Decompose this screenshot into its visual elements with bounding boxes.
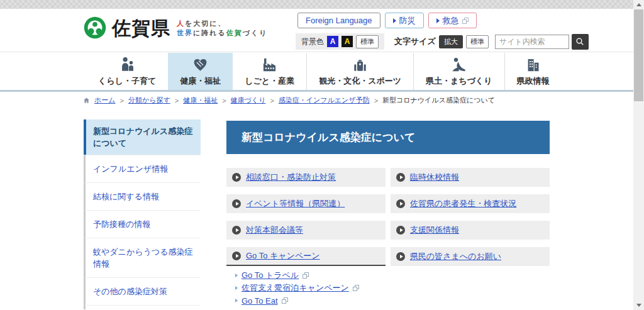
arrow-right-icon (235, 299, 238, 302)
goto-campaign-sublinks: Go To トラベル 佐賀支え愛宿泊キャンペーン Go To Eat Go To… (226, 269, 550, 310)
bg-color-blue-button[interactable]: A (327, 36, 338, 47)
accessibility-controls: 背景色 A A 標準 文字サイズ 拡大 標準 (296, 33, 589, 50)
circle-arrow-icon (232, 226, 241, 235)
breadcrumb-current: 新型コロナウイルス感染症について (382, 96, 495, 105)
arrow-right-icon (235, 286, 238, 290)
nav-item-kensei[interactable]: 県政情報 (504, 53, 562, 90)
link-box-consultation[interactable]: 相談窓口・感染防止対策 (226, 168, 386, 187)
arrow-right-icon (436, 18, 440, 23)
site-search (495, 34, 589, 50)
circle-arrow-icon (396, 226, 405, 235)
search-button[interactable] (572, 34, 589, 50)
sidebar-item-influenza[interactable]: インフルエンザ情報 (84, 155, 201, 182)
circle-arrow-icon (396, 252, 405, 261)
bg-color-default-button[interactable]: 標準 (356, 35, 379, 48)
link-box-request-to-citizens[interactable]: 県民の皆さまへのお願い (391, 247, 550, 266)
nav-item-kenkou[interactable]: 健康・福祉 (168, 53, 233, 90)
decorative-pattern-strip (0, 0, 644, 9)
breadcrumb-link[interactable]: 感染症・インフルエンザ予防 (279, 96, 370, 105)
external-link-icon (303, 272, 309, 279)
disaster-label: 防災 (399, 15, 416, 26)
arrow-right-icon (393, 18, 396, 23)
sidebar-item-other-measures[interactable]: その他の感染症対策 (84, 277, 201, 305)
sidebar-item-vaccination[interactable]: 予防接種の情報 (84, 210, 201, 238)
sidebar-item-covid[interactable]: 新型コロナウイルス感染症について (84, 119, 201, 155)
scrollbar-thumb[interactable] (634, 9, 643, 101)
scrollbar-up-arrow[interactable] (633, 0, 644, 9)
nav-item-kankou[interactable]: 観光・文化・スポーツ (306, 53, 413, 90)
saga-logo-mark (80, 14, 109, 43)
arrow-right-icon (235, 274, 238, 277)
foreign-language-label: Foreign Language (306, 16, 372, 25)
sidebar-menu: 新型コロナウイルス感染症について インフルエンザ情報 結核に関する情報 予防接種… (84, 119, 201, 309)
link-box-hq-meetings[interactable]: 対策本部会議等 (226, 221, 386, 240)
sublink-goto-event[interactable]: Go To イベント (235, 307, 550, 310)
background-color-label: 背景色 (301, 36, 324, 47)
font-size-controls: 文字サイズ 拡大 標準 (394, 35, 489, 48)
font-size-label: 文字サイズ (394, 36, 436, 47)
emergency-label: 救急 (443, 15, 459, 26)
vertical-scrollbar (633, 0, 644, 310)
sublink-goto-eat[interactable]: Go To Eat (235, 294, 550, 307)
sublink-saga-sasaeai[interactable]: 佐賀支え愛宿泊キャンペーン (235, 282, 550, 294)
circle-arrow-icon (232, 199, 241, 208)
sublink-goto-travel[interactable]: Go To トラベル (235, 269, 550, 282)
font-size-enlarge-button[interactable]: 拡大 (439, 35, 463, 48)
breadcrumb: ホーム > 分類から探す > 健康・福祉 > 健康づくり > 感染症・インフルエ… (83, 96, 495, 105)
saga-prefecture-logo[interactable]: 佐賀県 人を大切に、 世界に誇れる佐賀づくり (80, 14, 268, 43)
link-box-support-info[interactable]: 支援関係情報 (391, 221, 550, 240)
site-header: 佐賀県 人を大切に、 世界に誇れる佐賀づくり Foreign Language … (0, 9, 633, 52)
disaster-button[interactable]: 防災 (385, 13, 424, 28)
background-color-controls: 背景色 A A 標準 (296, 33, 384, 50)
land-development-icon (450, 56, 467, 73)
logo-text: 佐賀県 (112, 16, 170, 42)
bg-color-black-button[interactable]: A (341, 36, 353, 47)
breadcrumb-link[interactable]: 分類から探す (128, 96, 170, 105)
family-icon (119, 56, 136, 73)
scrollbar-down-arrow[interactable] (633, 301, 644, 310)
breadcrumb-link[interactable]: 健康・福祉 (183, 96, 218, 105)
sidebar-item-mosquito-tick[interactable]: 蚊やダニからうつる感染症情報 (84, 238, 201, 277)
link-box-patient-status[interactable]: 佐賀県の患者発生・検査状況 (391, 194, 550, 213)
foreign-language-button[interactable]: Foreign Language (297, 13, 380, 28)
external-link-icon (353, 285, 359, 291)
circle-arrow-icon (396, 199, 405, 208)
link-box-events[interactable]: イベント等情報（県関連） (226, 194, 386, 213)
home-icon (83, 97, 90, 104)
font-size-default-button[interactable]: 標準 (466, 35, 489, 48)
main-content: 新型コロナウイルス感染症について 相談窓口・感染防止対策 臨時休校情報 イベント… (226, 121, 550, 310)
heart-care-icon (192, 56, 209, 73)
external-link-icon (282, 297, 288, 304)
breadcrumb-home[interactable]: ホーム (94, 96, 116, 105)
header-quick-buttons: Foreign Language 防災 救急 (297, 13, 477, 28)
factory-icon (261, 56, 278, 73)
logo-tagline: 人を大切に、 世界に誇れる佐賀づくり (177, 19, 268, 38)
external-link-icon (462, 18, 469, 24)
circle-arrow-icon (232, 173, 241, 182)
nav-item-shigoto[interactable]: しごと・産業 (233, 53, 306, 90)
travel-bag-icon (352, 56, 369, 73)
link-box-goto-campaign[interactable]: Go To キャンペーン (226, 247, 386, 266)
government-building-icon (525, 56, 541, 73)
breadcrumb-link[interactable]: 健康づくり (231, 96, 266, 105)
page-title: 新型コロナウイルス感染症について (226, 121, 550, 154)
link-box-grid: 相談窓口・感染防止対策 臨時休校情報 イベント等情報（県関連） 佐賀県の患者発生… (226, 168, 550, 266)
link-box-school-closure[interactable]: 臨時休校情報 (391, 168, 550, 187)
search-icon (575, 37, 584, 46)
circle-arrow-icon (232, 252, 241, 260)
circle-arrow-icon (396, 173, 405, 182)
nav-item-kurashi[interactable]: くらし・子育て (86, 53, 168, 90)
sidebar-item-partial[interactable] (84, 305, 201, 309)
emergency-button[interactable]: 救急 (428, 13, 477, 28)
site-search-input[interactable] (495, 35, 569, 49)
global-nav: くらし・子育て 健康・福祉 しごと・産業 観光・文化・スポーツ 県土・まちづくり… (0, 53, 633, 92)
sidebar-item-tuberculosis[interactable]: 結核に関する情報 (84, 182, 201, 210)
nav-item-kendo[interactable]: 県土・まちづくり (413, 53, 504, 90)
